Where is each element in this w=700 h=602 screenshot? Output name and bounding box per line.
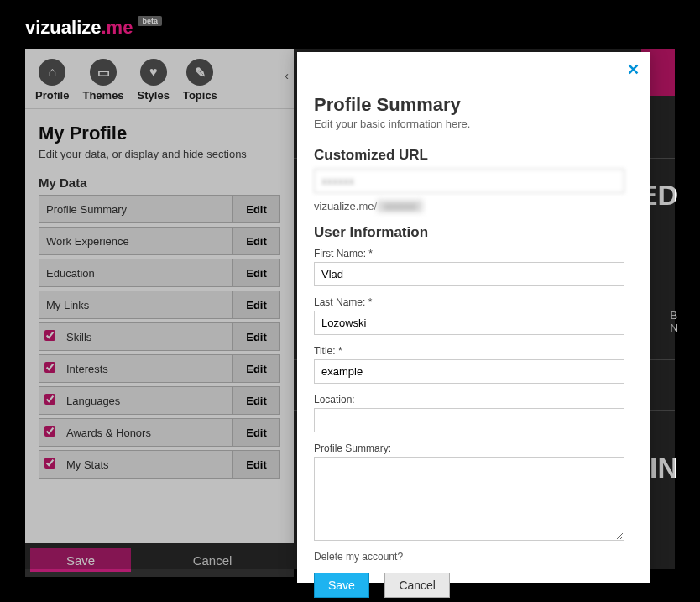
mydata-heading: My Data: [39, 175, 280, 190]
tab-topics[interactable]: ✎ Topics: [176, 55, 224, 108]
row-checkbox[interactable]: [44, 426, 55, 437]
row-checkbox-wrap: [39, 425, 60, 440]
first-name-input[interactable]: [314, 262, 624, 286]
modal-cancel-button[interactable]: Cancel: [384, 573, 450, 598]
tab-topics-label: Topics: [183, 89, 217, 102]
bottom-bar: Save Cancel: [25, 543, 294, 577]
preview-text-small: BN: [671, 309, 678, 334]
data-row: Work ExperienceEdit: [39, 227, 280, 255]
row-label: Profile Summary: [39, 203, 232, 216]
cancel-button[interactable]: Cancel: [131, 543, 294, 577]
edit-button[interactable]: Edit: [232, 323, 279, 350]
tab-styles-label: Styles: [138, 89, 170, 102]
home-icon: ⌂: [39, 59, 65, 86]
tab-bar: ⌂ Profile ▭ Themes ♥ Styles ✎ Topics: [25, 49, 294, 109]
summary-label: Profile Summary:: [314, 442, 633, 454]
row-label: Awards & Honors: [60, 427, 232, 439]
modal-subtitle: Edit your basic information here.: [314, 118, 633, 130]
heart-icon: ♥: [140, 59, 167, 86]
data-row: LanguagesEdit: [39, 386, 280, 415]
edit-button[interactable]: Edit: [232, 419, 279, 446]
row-checkbox-wrap: [39, 457, 60, 472]
edit-button[interactable]: Edit: [232, 291, 279, 318]
page-subtitle: Edit your data, or display and hide sect…: [39, 148, 280, 160]
save-button[interactable]: Save: [30, 548, 131, 572]
data-row: SkillsEdit: [39, 322, 280, 351]
data-row: My LinksEdit: [39, 291, 280, 319]
edit-button[interactable]: Edit: [232, 387, 279, 414]
data-row: My StatsEdit: [39, 450, 280, 479]
custom-url-input[interactable]: [314, 169, 624, 193]
tab-profile-label: Profile: [35, 89, 69, 102]
title-input[interactable]: [314, 359, 624, 384]
page-title: My Profile: [39, 123, 280, 144]
row-label: Education: [39, 267, 232, 280]
briefcase-icon: ▭: [90, 59, 117, 86]
row-label: Skills: [60, 331, 232, 343]
location-input[interactable]: [314, 408, 624, 432]
last-name-input[interactable]: [314, 311, 624, 335]
custom-url-heading: Customized URL: [314, 147, 633, 164]
tab-themes[interactable]: ▭ Themes: [76, 55, 130, 108]
row-checkbox[interactable]: [44, 362, 55, 373]
row-checkbox[interactable]: [44, 458, 55, 469]
row-checkbox-wrap: [39, 393, 60, 408]
first-name-label: First Name: *: [314, 248, 633, 259]
edit-button[interactable]: Edit: [232, 355, 279, 382]
url-display: vizualize.me/xxxxxx: [314, 200, 633, 212]
edit-button[interactable]: Edit: [232, 259, 279, 286]
profile-summary-modal: ✕ Profile Summary Edit your basic inform…: [297, 52, 650, 583]
edit-button[interactable]: Edit: [232, 451, 279, 478]
chevron-left-icon[interactable]: ‹: [285, 69, 289, 82]
row-label: Languages: [60, 395, 232, 407]
beta-badge: beta: [138, 16, 162, 26]
preview-text-2: IN: [650, 452, 678, 484]
url-suffix: xxxxxx: [377, 200, 423, 212]
location-label: Location:: [314, 394, 633, 406]
data-row: Profile SummaryEdit: [39, 195, 280, 223]
row-checkbox[interactable]: [44, 330, 55, 341]
data-row: Awards & HonorsEdit: [39, 418, 280, 447]
modal-save-button[interactable]: Save: [314, 573, 369, 598]
tab-profile[interactable]: ⌂ Profile: [29, 55, 76, 108]
clip-icon: ✎: [186, 59, 213, 86]
title-label: Title: *: [314, 345, 633, 357]
brand-part1: vizualize: [25, 17, 101, 39]
row-checkbox-wrap: [39, 361, 60, 376]
data-row: InterestsEdit: [39, 354, 280, 383]
tab-themes-label: Themes: [82, 89, 123, 102]
row-label: My Stats: [60, 458, 232, 471]
brand-logo: vizualize.me beta: [25, 17, 675, 39]
row-label: My Links: [39, 299, 232, 311]
close-icon[interactable]: ✕: [627, 60, 640, 79]
data-row: EducationEdit: [39, 259, 280, 287]
url-prefix: vizualize.me/: [314, 200, 377, 212]
last-name-label: Last Name: *: [314, 296, 633, 308]
row-checkbox[interactable]: [44, 394, 55, 405]
modal-title: Profile Summary: [314, 94, 633, 116]
delete-account-link[interactable]: Delete my account?: [314, 551, 633, 563]
user-info-heading: User Information: [314, 224, 633, 241]
row-label: Interests: [60, 363, 232, 375]
row-checkbox-wrap: [39, 329, 60, 344]
summary-textarea[interactable]: [314, 457, 624, 541]
brand-part2: .me: [101, 17, 133, 39]
edit-button[interactable]: Edit: [232, 228, 279, 254]
row-label: Work Experience: [39, 235, 232, 248]
left-panel: ⌂ Profile ▭ Themes ♥ Styles ✎ Topics: [25, 49, 294, 569]
tab-styles[interactable]: ♥ Styles: [131, 55, 176, 108]
edit-button[interactable]: Edit: [232, 196, 279, 222]
